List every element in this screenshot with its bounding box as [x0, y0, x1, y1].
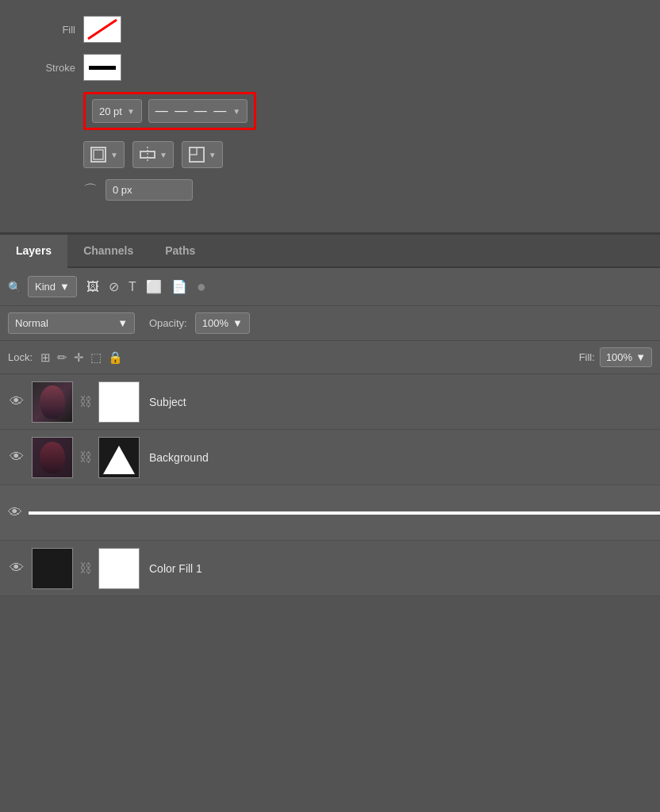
svg-rect-3	[94, 150, 103, 159]
filter-type-icon[interactable]: T	[129, 280, 136, 294]
align-corner-arrow: ▼	[209, 151, 217, 159]
filter-circle-icon[interactable]: ●	[197, 278, 206, 296]
tab-channels[interactable]: Channels	[67, 235, 149, 266]
kind-filter-select[interactable]: Kind ▼	[28, 276, 77, 297]
fill-amount-select[interactable]: 100% ▼	[600, 347, 652, 367]
dash-pattern-select[interactable]: — — — — ▼	[148, 99, 248, 123]
layer-mask-background	[98, 437, 140, 478]
corner-radius-row: ⌒	[24, 179, 636, 201]
filter-adjustment-icon[interactable]: ⊘	[109, 279, 119, 294]
thumb-mask-content	[99, 382, 139, 422]
chain-icon-background: ⛓	[79, 450, 92, 465]
visibility-icon-colorfill1[interactable]: 👁	[8, 560, 25, 576]
stroke-swatch[interactable]	[83, 54, 121, 81]
blend-mode-select[interactable]: Normal ▼	[8, 312, 135, 334]
align-center-btn[interactable]: ▼	[132, 141, 174, 168]
stroke-label: Stroke	[24, 62, 75, 74]
opacity-arrow: ▼	[232, 317, 243, 329]
align-corner-icon	[188, 146, 205, 163]
thumb-triangle1-overlay	[336, 511, 365, 515]
alignment-row: ▼ ▼ ▼	[24, 141, 636, 168]
stroke-size-value: 20 pt	[99, 105, 122, 117]
lock-artboard-icon[interactable]: ⬚	[90, 350, 102, 365]
thumb-bg-content	[33, 438, 72, 477]
lock-all-icon[interactable]: 🔒	[108, 350, 123, 365]
fill-label: Fill	[24, 24, 75, 36]
layer-item-background[interactable]: 👁 ⛓ Background	[0, 430, 660, 485]
dash-arrow: ▼	[232, 107, 240, 116]
visibility-icon-triangle1[interactable]: 👁	[8, 504, 22, 521]
visibility-icon-subject[interactable]: 👁	[8, 393, 25, 410]
align-inside-icon	[90, 146, 107, 163]
kind-filter-label: Kind	[35, 281, 56, 293]
thumb-white-mask-content	[99, 549, 139, 588]
dash-preview: — — — —	[155, 104, 228, 118]
layer-list: 👁 ⛓ Subject 👁 ⛓	[0, 374, 660, 596]
layer-thumb-subject	[32, 381, 73, 423]
layer-item-colorfill1[interactable]: 👁 ⛓ Color Fill 1	[0, 541, 660, 596]
thumb-colorfill-content	[33, 549, 72, 588]
opacity-label: Opacity:	[149, 317, 187, 329]
filter-row: 🔍 Kind ▼ 🖼 ⊘ T ⬜ 📄 ●	[0, 268, 660, 306]
corner-radius-icon: ⌒	[83, 181, 98, 200]
fill-section-label: Fill:	[579, 351, 595, 363]
lock-transparency-icon[interactable]: ⊞	[40, 350, 51, 365]
opacity-select[interactable]: 100% ▼	[195, 312, 250, 334]
fill-row: Fill	[24, 16, 636, 43]
fill-amount-value: 100%	[606, 351, 632, 363]
visibility-icon-background[interactable]: 👁	[8, 449, 25, 465]
tabs-row: Layers Channels Paths	[0, 235, 660, 268]
svg-rect-7	[190, 147, 197, 155]
layer-name-background: Background	[149, 451, 209, 464]
properties-panel: Fill Stroke 20 pt ▼ — — — — ▼	[0, 0, 660, 224]
align-inside-btn[interactable]: ▼	[83, 141, 125, 168]
search-icon: 🔍	[8, 281, 21, 293]
stroke-highlight-box: 20 pt ▼ — — — — ▼	[83, 92, 256, 130]
layer-mask-subject	[98, 381, 140, 423]
filter-image-icon[interactable]: 🖼	[86, 280, 99, 294]
lock-row: Lock: ⊞ ✏ ✛ ⬚ 🔒 Fill: 100% ▼	[0, 341, 660, 374]
thumb-triangle-content	[99, 438, 139, 477]
lock-icons-group: ⊞ ✏ ✛ ⬚ 🔒	[40, 350, 123, 365]
stroke-swatch-inner	[89, 66, 116, 70]
triangle-shape	[103, 446, 135, 474]
blend-opacity-row: Normal ▼ Opacity: 100% ▼	[0, 306, 660, 341]
layer-item-subject[interactable]: 👁 ⛓ Subject	[0, 374, 660, 430]
lock-label: Lock:	[8, 351, 33, 363]
chain-icon-colorfill1: ⛓	[79, 561, 92, 576]
stroke-size-select[interactable]: 20 pt ▼	[92, 99, 142, 123]
layer-name-subject: Subject	[149, 396, 186, 408]
filter-icons-group: 🖼 ⊘ T ⬜ 📄 ●	[86, 278, 206, 296]
tab-paths[interactable]: Paths	[149, 235, 211, 266]
thumb-subject-content	[33, 382, 72, 422]
triangle1-thumb-svg	[30, 513, 71, 515]
kind-filter-arrow: ▼	[59, 281, 70, 293]
align-center-icon	[139, 146, 156, 163]
blend-mode-label: Normal	[15, 317, 48, 329]
fill-amount-arrow: ▼	[635, 351, 646, 363]
opacity-value: 100%	[202, 317, 228, 329]
layer-mask-colorfill1	[98, 548, 140, 589]
fill-swatch[interactable]	[83, 16, 121, 43]
chain-icon-subject: ⛓	[79, 395, 92, 409]
filter-shape-icon[interactable]: ⬜	[146, 279, 162, 294]
align-corner-btn[interactable]: ▼	[182, 141, 223, 168]
layer-item-triangle1[interactable]: 👁 Triangle 1	[0, 485, 660, 541]
stroke-options-row: 20 pt ▼ — — — — ▼	[24, 92, 636, 130]
lock-paint-icon[interactable]: ✏	[57, 350, 67, 365]
layer-thumb-background	[32, 437, 73, 478]
corner-radius-input[interactable]	[106, 179, 193, 201]
fill-section: Fill: 100% ▼	[579, 347, 652, 367]
tab-layers[interactable]: Layers	[0, 235, 67, 268]
layers-panel: Layers Channels Paths 🔍 Kind ▼ 🖼 ⊘ T ⬜ 📄…	[0, 235, 660, 596]
layer-thumb-triangle1	[29, 511, 660, 515]
lock-move-icon[interactable]: ✛	[74, 350, 84, 365]
layer-name-colorfill1: Color Fill 1	[149, 562, 202, 575]
blend-mode-arrow: ▼	[117, 317, 128, 329]
align-inside-arrow: ▼	[110, 151, 118, 159]
layer-thumb-colorfill1	[32, 548, 73, 589]
align-center-arrow: ▼	[159, 151, 167, 159]
filter-smart-icon[interactable]: 📄	[171, 279, 187, 294]
stroke-size-arrow: ▼	[127, 107, 135, 116]
stroke-row: Stroke	[24, 54, 636, 81]
